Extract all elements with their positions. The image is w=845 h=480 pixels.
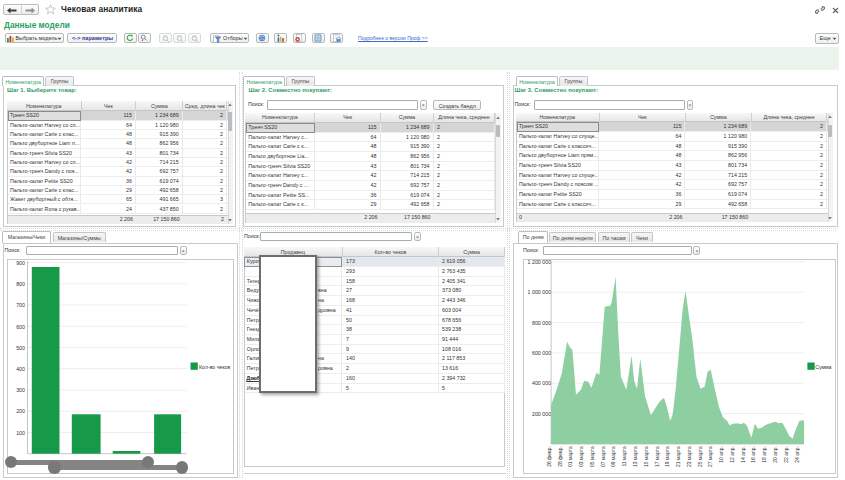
svg-text:800 000: 800 000 (532, 320, 551, 326)
svg-text:600 000: 600 000 (532, 350, 551, 356)
svg-text:25 марта: 25 марта (697, 446, 703, 467)
svg-text:900: 900 (16, 260, 25, 266)
svg-text:21 марта: 21 марта (675, 446, 681, 467)
svg-text:27 марта: 27 марта (708, 446, 714, 467)
svg-text:28 февр.: 28 февр. (557, 446, 563, 467)
svg-text:18 апр.: 18 апр. (762, 446, 768, 463)
svg-text:Сумма: Сумма (816, 364, 832, 370)
svg-text:Кол-во чеков: Кол-во чеков (199, 364, 230, 370)
svg-text:300: 300 (16, 387, 25, 393)
svg-text:01 марта: 01 марта (568, 446, 574, 467)
svg-text:200: 200 (16, 409, 25, 415)
svg-text:16 апр.: 16 апр. (751, 446, 757, 463)
svg-text:13 марта: 13 марта (632, 446, 638, 467)
svg-text:800: 800 (16, 281, 25, 287)
svg-text:24 апр.: 24 апр. (794, 446, 800, 463)
svg-text:17 марта: 17 марта (654, 446, 660, 467)
svg-text:700: 700 (16, 302, 25, 308)
svg-text:400: 400 (16, 366, 25, 372)
svg-text:20 апр.: 20 апр. (772, 446, 778, 463)
svg-text:09 марта: 09 марта (611, 446, 617, 467)
svg-text:05 марта: 05 марта (589, 446, 595, 467)
svg-text:19 марта: 19 марта (665, 446, 671, 467)
svg-text:400 000: 400 000 (532, 381, 551, 387)
svg-text:10 апр.: 10 апр. (719, 446, 725, 463)
svg-text:15 марта: 15 марта (643, 446, 649, 467)
svg-text:11 марта: 11 марта (622, 446, 628, 467)
svg-text:1 200 000: 1 200 000 (528, 259, 552, 265)
svg-text:500: 500 (16, 345, 25, 351)
svg-text:22 апр.: 22 апр. (783, 446, 789, 463)
svg-text:200 000: 200 000 (532, 411, 551, 417)
svg-text:26 февр.: 26 февр. (546, 446, 552, 467)
svg-text:100: 100 (16, 430, 25, 436)
svg-text:12 апр.: 12 апр. (729, 446, 735, 463)
svg-text:14 апр.: 14 апр. (740, 446, 746, 463)
svg-text:03 марта: 03 марта (579, 446, 585, 467)
svg-text:23 марта: 23 марта (686, 446, 692, 467)
svg-text:07 марта: 07 марта (600, 446, 606, 467)
svg-text:600: 600 (16, 324, 25, 330)
svg-text:1 000 000: 1 000 000 (528, 290, 552, 296)
